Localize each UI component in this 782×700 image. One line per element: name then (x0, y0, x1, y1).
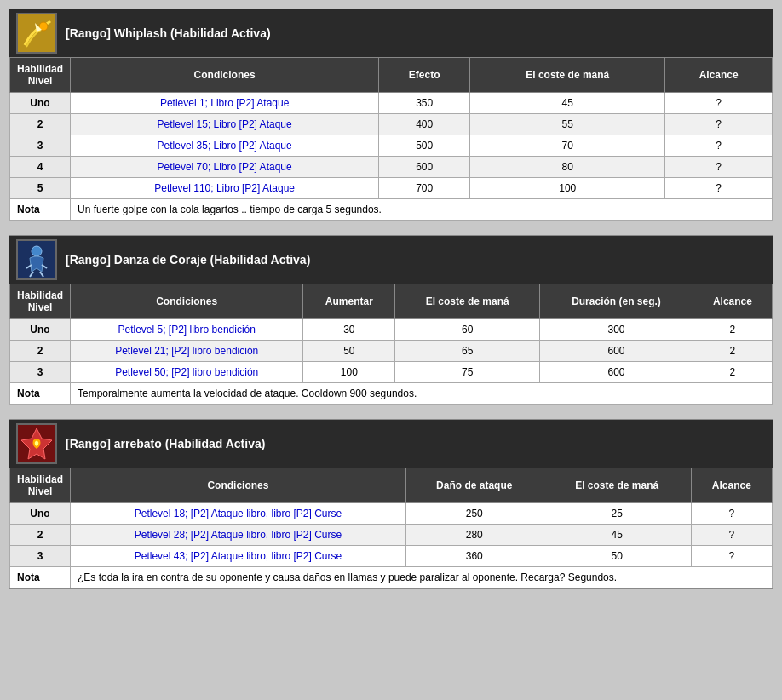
cell-col3: 700 (379, 178, 470, 199)
skill-header-arrebato: [Rango] arrebato (Habilidad Activa) (9, 420, 773, 468)
th-dano-2: Daño de ataque (405, 468, 543, 503)
cell-condiciones: Petlevel 35; Libro [P2] Ataque (71, 135, 379, 157)
nota-label: Nota (10, 199, 71, 221)
skill-table-arrebato: Habilidad Nivel Condiciones Daño de ataq… (9, 468, 773, 588)
th-mana-1: El coste de maná (395, 284, 540, 319)
table-row: Uno Petlevel 1; Libro [P2] Ataque 350 45… (10, 93, 773, 114)
cell-col3: 350 (379, 93, 470, 114)
cell-col3: 250 (405, 503, 543, 525)
cell-col3: 600 (379, 157, 470, 178)
cell-col3: 280 (405, 525, 543, 546)
cell-col4: 45 (470, 93, 665, 114)
cell-col3: 400 (379, 114, 470, 135)
nota-text: Un fuerte golpe con la cola lagartos .. … (71, 199, 773, 221)
cell-nivel: 2 (10, 525, 71, 546)
cell-nivel: Uno (10, 93, 71, 114)
cell-col6: 2 (693, 362, 772, 383)
th-duracion-1: Duración (en seg.) (540, 284, 693, 319)
cell-col4: 100 (470, 178, 665, 199)
nota-row: NotaUn fuerte golpe con la cola lagartos… (10, 199, 773, 221)
th-nivel-0: Habilidad Nivel (10, 58, 71, 93)
cell-col4: 45 (543, 525, 691, 546)
table-row: 3 Petlevel 35; Libro [P2] Ataque 500 70 … (10, 135, 773, 157)
cell-col5: ? (665, 157, 773, 178)
svg-point-3 (32, 246, 42, 256)
table-row: 3 Petlevel 43; [P2] Ataque libro, libro … (10, 546, 773, 567)
cell-col4: 75 (395, 362, 540, 383)
cell-col4: 65 (395, 341, 540, 362)
cell-nivel: 4 (10, 157, 71, 178)
cell-col4: 80 (470, 157, 665, 178)
cell-col3: 500 (379, 135, 470, 157)
cell-col5: ? (691, 503, 772, 525)
cell-nivel: 2 (10, 114, 71, 135)
th-aumentar-1: Aumentar (303, 284, 395, 319)
cell-condiciones: Petlevel 1; Libro [P2] Ataque (71, 93, 379, 114)
cell-col4: 60 (395, 319, 540, 341)
cell-condiciones: Petlevel 15; Libro [P2] Ataque (71, 114, 379, 135)
skill-block-arrebato: [Rango] arrebato (Habilidad Activa) Habi… (9, 419, 773, 589)
cell-col3: 50 (303, 341, 395, 362)
skill-icon-danza (16, 239, 57, 280)
table-row: Uno Petlevel 18; [P2] Ataque libro, libr… (10, 503, 773, 525)
cell-condiciones: Petlevel 70; Libro [P2] Ataque (71, 157, 379, 178)
cell-nivel: 3 (10, 362, 71, 383)
cell-nivel: Uno (10, 503, 71, 525)
table-row: 2 Petlevel 15; Libro [P2] Ataque 400 55 … (10, 114, 773, 135)
cell-col3: 360 (405, 546, 543, 567)
cell-col4: 50 (543, 546, 691, 567)
table-row: Uno Petlevel 5; [P2] libro bendición 30 … (10, 319, 773, 341)
table-row: 4 Petlevel 70; Libro [P2] Ataque 600 80 … (10, 157, 773, 178)
nota-row: Nota¿Es toda la ira en contra de su opon… (10, 567, 773, 588)
table-row: 3 Petlevel 50; [P2] libro bendición 100 … (10, 362, 773, 383)
skill-title-whiplash: [Rango] Whiplash (Habilidad Activa) (66, 26, 271, 40)
cell-condiciones: Petlevel 43; [P2] Ataque libro, libro [P… (71, 546, 406, 567)
th-condiciones-2: Condiciones (71, 468, 406, 503)
cell-condiciones: Petlevel 28; [P2] Ataque libro, libro [P… (71, 525, 406, 546)
th-alcance-2: Alcance (691, 468, 772, 503)
cell-nivel: 3 (10, 546, 71, 567)
cell-nivel: 5 (10, 178, 71, 199)
cell-condiciones: Petlevel 110; Libro [P2] Ataque (71, 178, 379, 199)
skill-block-whiplash: [Rango] Whiplash (Habilidad Activa) Habi… (9, 9, 773, 221)
th-nivel-2: Habilidad Nivel (10, 468, 71, 503)
cell-col5: ? (665, 114, 773, 135)
cell-col5: 300 (540, 319, 693, 341)
th-efecto-0: Efecto (379, 58, 470, 93)
cell-nivel: 2 (10, 341, 71, 362)
skill-header-danza: [Rango] Danza de Coraje (Habilidad Activ… (9, 236, 773, 284)
th-nivel-1: Habilidad Nivel (10, 284, 71, 319)
cell-col4: 55 (470, 114, 665, 135)
cell-col5: ? (691, 546, 772, 567)
nota-text: Temporalmente aumenta la velocidad de at… (71, 383, 773, 405)
cell-col5: ? (665, 93, 773, 114)
cell-col5: ? (665, 178, 773, 199)
cell-condiciones: Petlevel 18; [P2] Ataque libro, libro [P… (71, 503, 406, 525)
skill-header-whiplash: [Rango] Whiplash (Habilidad Activa) (9, 9, 773, 57)
cell-nivel: Uno (10, 319, 71, 341)
cell-col5: 600 (540, 362, 693, 383)
nota-text: ¿Es toda la ira en contra de su oponente… (71, 567, 773, 588)
cell-condiciones: Petlevel 5; [P2] libro bendición (71, 319, 303, 341)
skill-title-arrebato: [Rango] arrebato (Habilidad Activa) (66, 437, 265, 450)
cell-col3: 100 (303, 362, 395, 383)
cell-col6: 2 (693, 341, 772, 362)
skill-table-danza: Habilidad Nivel Condiciones Aumentar El … (9, 284, 773, 405)
th-condiciones-1: Condiciones (71, 284, 303, 319)
cell-col3: 30 (303, 319, 395, 341)
table-row: 2 Petlevel 28; [P2] Ataque libro, libro … (10, 525, 773, 546)
cell-condiciones: Petlevel 50; [P2] libro bendición (71, 362, 303, 383)
skill-title-danza: [Rango] Danza de Coraje (Habilidad Activ… (66, 253, 310, 267)
cell-condiciones: Petlevel 21; [P2] libro bendición (71, 341, 303, 362)
skill-table-whiplash: Habilidad Nivel Condiciones Efecto El co… (9, 57, 773, 221)
th-mana-0: El coste de maná (470, 58, 665, 93)
skill-block-danza: [Rango] Danza de Coraje (Habilidad Activ… (9, 235, 773, 405)
cell-col6: 2 (693, 319, 772, 341)
skill-icon-whiplash (16, 13, 57, 54)
cell-nivel: 3 (10, 135, 71, 157)
nota-row: NotaTemporalmente aumenta la velocidad d… (10, 383, 773, 405)
cell-col5: ? (665, 135, 773, 157)
th-alcance-1: Alcance (693, 284, 772, 319)
nota-label: Nota (10, 567, 71, 588)
cell-col4: 70 (470, 135, 665, 157)
